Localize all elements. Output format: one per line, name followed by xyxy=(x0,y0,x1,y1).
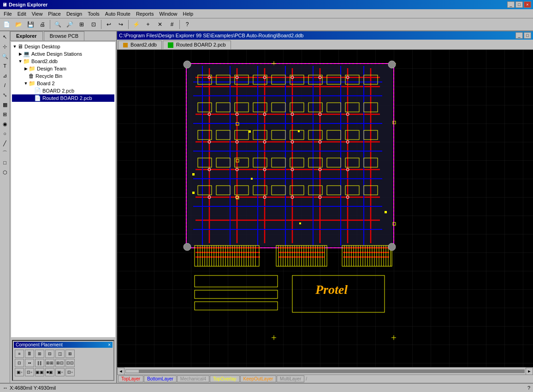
zoom-in-button[interactable]: 🔍 xyxy=(52,19,63,29)
sidebar-zoom[interactable]: 🔍 xyxy=(0,52,10,61)
layer-tab-topoverlay[interactable]: TopOverlay xyxy=(210,375,240,382)
menu-autoroute[interactable]: Auto Route xyxy=(102,10,133,18)
cp-btn-12[interactable]: ⊡⊡ xyxy=(65,359,75,367)
sidebar-track[interactable]: ╱ xyxy=(0,139,10,148)
menu-window[interactable]: Window xyxy=(156,10,180,18)
pcb-title-bar: C:\Program Files\Design Explorer 99 SE\E… xyxy=(117,31,533,40)
cp-btn-14[interactable]: ⊡▫ xyxy=(25,368,34,376)
horizontal-scrollbar[interactable]: ◄ ► xyxy=(117,367,533,374)
sidebar-measure[interactable]: ⊿ xyxy=(0,71,10,80)
cp-btn-9[interactable]: ∥∥ xyxy=(35,359,44,367)
pcb-tabs: Board2.ddb Routed BOARD 2.pcb xyxy=(117,40,533,50)
expand-board2: ▼ xyxy=(23,81,29,86)
scroll-right-btn[interactable]: ► xyxy=(526,368,533,375)
tree-label-board2pcb: BOARD 2.pcb xyxy=(42,88,74,94)
open-button[interactable]: 📂 xyxy=(13,19,24,29)
minimize-button[interactable]: _ xyxy=(507,1,515,8)
tree-active-stations[interactable]: ▶ 💻 Active Design Stations xyxy=(12,50,114,58)
pcb-tab-routed[interactable]: Routed BOARD 2.pcb xyxy=(163,41,231,49)
comp-panel-close-btn[interactable]: × xyxy=(108,342,111,347)
cp-btn-7[interactable]: ⊡ xyxy=(15,359,24,367)
layer-tab-multilayer[interactable]: MultiLayer xyxy=(277,375,304,382)
pcb-minimize-btn[interactable]: _ xyxy=(515,32,523,39)
sidebar-rect[interactable]: □ xyxy=(0,158,10,167)
save-button[interactable]: 💾 xyxy=(25,19,36,29)
menu-tools[interactable]: Tools xyxy=(85,10,102,18)
menu-place[interactable]: Place xyxy=(45,10,64,18)
route-button[interactable]: ⚡ xyxy=(130,19,142,29)
file-tree[interactable]: ▼ 🖥 Design Desktop ▶ 💻 Active Design Sta… xyxy=(11,42,115,337)
cp-btn-17[interactable]: ▣▫ xyxy=(55,368,65,376)
close-button[interactable]: × xyxy=(524,1,531,8)
sidebar-via[interactable]: ○ xyxy=(0,129,10,138)
pcb-maximize-btn[interactable]: □ xyxy=(524,32,531,39)
cp-btn-1[interactable]: ≡ xyxy=(15,350,24,358)
cp-btn-13[interactable]: ▣▫ xyxy=(15,368,24,376)
tree-board2ddb[interactable]: ▼ 📁 Board2.ddb xyxy=(12,58,114,65)
zoom-fit-button[interactable]: ⊞ xyxy=(76,19,87,29)
help-btn[interactable]: ? xyxy=(182,19,193,29)
sidebar-arrow[interactable]: ↖ xyxy=(0,32,10,41)
svg-rect-11 xyxy=(187,64,393,247)
undo-button[interactable]: ↩ xyxy=(103,19,114,29)
cp-btn-15[interactable]: ▣▣ xyxy=(35,368,44,376)
maximize-button[interactable]: □ xyxy=(515,1,523,8)
menu-view[interactable]: View xyxy=(29,10,46,18)
grid-button[interactable]: # xyxy=(166,19,178,29)
pcb-tab-board2ddb[interactable]: Board2.ddb xyxy=(118,41,162,49)
cp-btn-2[interactable]: ≣ xyxy=(25,350,34,358)
scroll-track[interactable] xyxy=(125,369,525,373)
new-button[interactable]: 📄 xyxy=(1,19,12,29)
cp-btn-3[interactable]: ⊞ xyxy=(35,350,44,358)
print-button[interactable]: 🖨 xyxy=(37,19,48,29)
menu-edit[interactable]: Edit xyxy=(15,10,29,18)
scroll-thumb[interactable] xyxy=(125,369,139,373)
right-area: C:\Program Files\Design Explorer 99 SE\E… xyxy=(117,31,533,383)
tree-board2pcb[interactable]: 📄 BOARD 2.pcb xyxy=(12,87,114,94)
menu-file[interactable]: File xyxy=(1,10,15,18)
menu-help[interactable]: Help xyxy=(180,10,196,18)
sidebar-text[interactable]: T xyxy=(0,61,10,70)
cp-btn-4[interactable]: ⊟ xyxy=(45,350,54,358)
cp-btn-11[interactable]: ⊞⊡ xyxy=(55,359,65,367)
cross-button[interactable]: ✕ xyxy=(154,19,166,29)
place-button[interactable]: + xyxy=(142,19,154,29)
sidebar-arc[interactable]: ⌒ xyxy=(0,148,10,158)
tab-browse-pcb[interactable]: Browse PCB xyxy=(44,31,84,41)
tree-board2[interactable]: ▼ 📁 Board 2 xyxy=(12,80,114,87)
tab-explorer[interactable]: Explorer xyxy=(10,31,43,41)
sidebar-route1[interactable]: / xyxy=(0,81,10,90)
cp-btn-18[interactable]: ⊡▫ xyxy=(65,368,75,376)
sidebar-select[interactable]: ⊹ xyxy=(0,42,10,51)
redo-button[interactable]: ↪ xyxy=(115,19,126,29)
tree-label-board2ddb: Board2.ddb xyxy=(31,59,58,64)
cp-btn-10[interactable]: ⊞⊞ xyxy=(45,359,54,367)
menu-bar: File Edit View Place Design Tools Auto R… xyxy=(0,9,533,18)
sidebar-comp[interactable]: ⊞ xyxy=(0,110,10,119)
sidebar-poly[interactable]: ⬡ xyxy=(0,168,10,177)
tree-recycle-bin[interactable]: 🗑 Recycle Bin xyxy=(12,72,114,80)
layer-tab-toplayer[interactable]: TopLayer xyxy=(118,375,143,382)
scroll-left-btn[interactable]: ◄ xyxy=(117,368,124,375)
svg-point-201 xyxy=(388,61,396,68)
cp-btn-16[interactable]: ■▣ xyxy=(45,368,54,376)
tree-design-desktop[interactable]: ▼ 🖥 Design Desktop xyxy=(12,43,114,50)
zoom-out-button[interactable]: 🔎 xyxy=(64,19,75,29)
menu-design[interactable]: Design xyxy=(64,10,85,18)
title-bar: 🖥 Design Explorer _ □ × xyxy=(0,0,533,9)
sidebar-route2[interactable]: ⤡ xyxy=(0,90,10,99)
expand-design-team: ▶ xyxy=(23,66,29,71)
tree-routed-pcb[interactable]: 📄 Routed BOARD 2.pcb xyxy=(12,94,114,102)
cp-btn-6[interactable]: ⊞ xyxy=(65,350,75,358)
menu-reports[interactable]: Reports xyxy=(133,10,157,18)
pcb-canvas[interactable]: Protel xyxy=(117,50,533,367)
sidebar-fill[interactable]: ▩ xyxy=(0,100,10,109)
zoom-area-button[interactable]: ⊡ xyxy=(88,19,99,29)
layer-tab-mechanical4[interactable]: Mechanical4 xyxy=(177,375,209,382)
layer-tab-keepoutlayer[interactable]: KeepOutLayer xyxy=(240,375,277,382)
layer-tab-bottomlayer[interactable]: BottomLayer xyxy=(144,375,177,382)
cp-btn-5[interactable]: ◫ xyxy=(55,350,65,358)
cp-btn-8[interactable]: ▪▪ xyxy=(25,359,34,367)
sidebar-pad[interactable]: ◉ xyxy=(0,119,10,129)
tree-design-team[interactable]: ▶ 📁 Design Team xyxy=(12,65,114,72)
